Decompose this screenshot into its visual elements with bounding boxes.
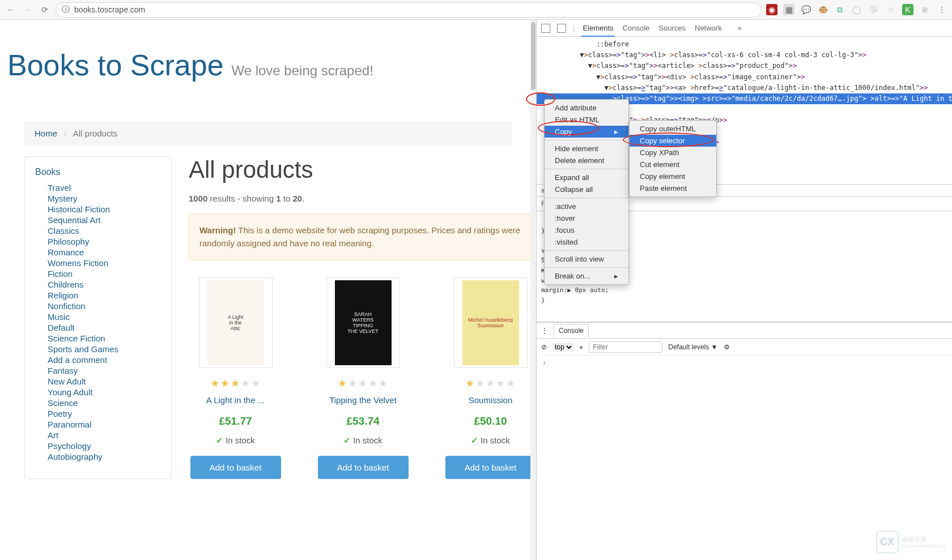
sidebar-category-link[interactable]: Religion: [48, 290, 78, 300]
menu-item[interactable]: Collapse all: [545, 183, 628, 195]
console-prompt[interactable]: ›: [542, 359, 546, 367]
devtools-tab-network[interactable]: Network: [694, 24, 723, 32]
menu-item[interactable]: :visited: [545, 236, 628, 248]
sidebar-category-link[interactable]: New Adult: [48, 377, 86, 386]
sidebar-category-link[interactable]: Default: [48, 323, 75, 332]
sidebar-category-link[interactable]: Fiction: [48, 269, 73, 279]
devtools-tab-console[interactable]: Console: [622, 24, 651, 32]
sidebar-category-link[interactable]: Add a comment: [48, 355, 107, 365]
sidebar-root-link[interactable]: Books: [35, 167, 161, 177]
product-image[interactable]: Michel Houellebecq Soumission: [454, 277, 528, 368]
devtools-tab-elements[interactable]: Elements: [581, 20, 614, 37]
sidebar-category-link[interactable]: Science: [48, 398, 78, 408]
stock-status: ✔In stock: [316, 435, 410, 446]
forward-button[interactable]: →: [22, 3, 34, 16]
menu-item[interactable]: Copy outerHTML: [630, 123, 716, 135]
sidebar-category-link[interactable]: Paranormal: [48, 420, 92, 429]
console-settings-icon[interactable]: ⚙: [724, 343, 730, 351]
console-filter-input[interactable]: [589, 341, 662, 353]
elements-context-menu[interactable]: Add attributeEdit as HTML Copy Hide elem…: [544, 99, 629, 285]
sidebar-category-link[interactable]: Art: [48, 430, 58, 440]
menu-item[interactable]: Add attribute: [545, 102, 628, 114]
menu-item[interactable]: Delete element: [545, 155, 628, 166]
ext-icon-3[interactable]: 🐵: [817, 4, 828, 15]
page-scrollbar[interactable]: [530, 20, 536, 560]
context-copy[interactable]: Copy: [545, 126, 628, 138]
sidebar-category-link[interactable]: Classics: [48, 226, 79, 236]
sidebar-category-link[interactable]: Science Fiction: [48, 334, 105, 343]
menu-item[interactable]: Cut element: [630, 159, 716, 170]
sidebar-category-link[interactable]: Fantasy: [48, 366, 78, 375]
watermark: CX 创新互联CXJXW.XINLIZHI.CN: [876, 531, 945, 553]
sidebar-category-link[interactable]: Poetry: [48, 409, 72, 418]
sidebar-category-link[interactable]: Historical Fiction: [48, 204, 110, 214]
menu-item[interactable]: Copy XPath: [630, 147, 716, 159]
sidebar-category-link[interactable]: Nonfiction: [48, 301, 86, 311]
ext-icon-2[interactable]: 💬: [800, 4, 811, 15]
reload-button[interactable]: ⟳: [39, 3, 51, 16]
category-sidebar: Books TravelMysteryHistorical FictionSeq…: [24, 156, 172, 479]
sidebar-category-link[interactable]: Sequential Art: [48, 215, 100, 225]
menu-item[interactable]: Edit as HTML: [545, 114, 628, 126]
back-button[interactable]: ←: [5, 3, 17, 16]
product-title-link[interactable]: Tipping the Velvet: [329, 395, 397, 405]
console-drawer-tab[interactable]: Console: [554, 324, 589, 337]
product-price: £50.10: [444, 415, 537, 428]
console-clear-icon[interactable]: ⊘: [541, 343, 547, 351]
sidebar-category-link[interactable]: Young Adult: [48, 387, 93, 397]
breadcrumb-home[interactable]: Home: [35, 129, 57, 138]
site-title-link[interactable]: Books to Scrape: [7, 49, 224, 82]
product-title-link[interactable]: A Light in the ...: [206, 395, 265, 405]
site-info-icon[interactable]: ⓘ: [62, 5, 70, 15]
skype-icon[interactable]: Ⓢ: [868, 4, 879, 15]
add-to-basket-button[interactable]: Add to basket: [190, 456, 281, 479]
sidebar-category-link[interactable]: Mystery: [48, 194, 78, 203]
page-heading: All products: [189, 156, 537, 183]
add-to-basket-button[interactable]: Add to basket: [445, 456, 536, 479]
ext-icon-k[interactable]: K: [902, 4, 913, 15]
sidebar-category-link[interactable]: Childrens: [48, 280, 83, 289]
star-icon[interactable]: ☆: [885, 4, 896, 15]
devtools-tabbar: | ElementsConsoleSourcesNetwork » ⋮ ✕: [537, 20, 952, 37]
product-image[interactable]: SARAH WATERS TIPPING THE VELVET: [326, 277, 400, 368]
sidebar-category-link[interactable]: Sports and Games: [48, 344, 118, 354]
sidebar-category-link[interactable]: Romance: [48, 247, 84, 257]
product-card: Michel Houellebecq Soumission ★★★★★ Soum…: [444, 277, 537, 479]
copy-submenu[interactable]: Copy outerHTMLCopy selectorCopy XPathCut…: [629, 120, 717, 197]
sidebar-category-link[interactable]: Philosophy: [48, 237, 89, 246]
console-levels-select[interactable]: Default levels ▼: [668, 343, 717, 351]
product-image[interactable]: A Light in the Attic: [199, 277, 273, 368]
console-drawer-menu[interactable]: ⋮: [541, 327, 548, 335]
ext-icon-5[interactable]: ◯: [851, 4, 862, 15]
menu-icon[interactable]: ⋮: [936, 4, 947, 15]
stock-status: ✔In stock: [444, 435, 537, 446]
sidebar-category-link[interactable]: Psychology: [48, 441, 91, 451]
context-scroll-into-view[interactable]: Scroll into view: [545, 253, 628, 265]
warning-banner: Warning! This is a demo website for web …: [189, 213, 537, 260]
add-to-basket-button[interactable]: Add to basket: [318, 456, 409, 479]
ext-icon-1[interactable]: ▦: [783, 4, 794, 15]
sidebar-category-link[interactable]: Travel: [48, 183, 71, 193]
sidebar-category-link[interactable]: Music: [48, 312, 70, 322]
devtools-more-tabs[interactable]: »: [737, 24, 743, 32]
sidebar-category-link[interactable]: Autobiography: [48, 452, 103, 461]
console-context-select[interactable]: top: [552, 343, 573, 352]
product-title-link[interactable]: Soumission: [469, 395, 513, 405]
address-bar[interactable]: ⓘ books.toscrape.com: [56, 2, 762, 18]
device-toggle-icon[interactable]: [557, 24, 566, 33]
menu-item[interactable]: Hide element: [545, 143, 628, 155]
menu-item[interactable]: :focus: [545, 224, 628, 236]
menu-item[interactable]: Paste element: [630, 182, 716, 194]
ext-icon-4[interactable]: ⧉: [834, 4, 845, 15]
devtools-tab-sources[interactable]: Sources: [657, 24, 687, 32]
menu-item[interactable]: :active: [545, 200, 628, 212]
ublock-icon[interactable]: ◉: [766, 4, 777, 15]
menu-item[interactable]: Copy element: [630, 170, 716, 182]
cast-icon[interactable]: ⎚: [919, 4, 930, 15]
context-break-on[interactable]: Break on...: [545, 270, 628, 282]
menu-item[interactable]: Expand all: [545, 172, 628, 183]
menu-item[interactable]: Copy selector: [630, 135, 716, 147]
sidebar-category-link[interactable]: Womens Fiction: [48, 258, 108, 268]
inspect-icon[interactable]: [541, 24, 550, 33]
menu-item[interactable]: :hover: [545, 212, 628, 224]
